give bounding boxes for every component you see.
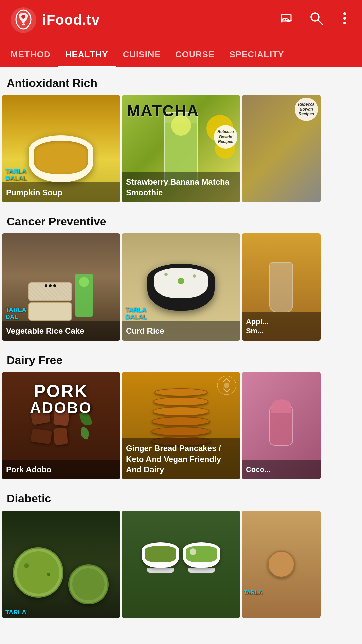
recipe-roundel-matcha: RebeccaBowdnRecipes: [214, 125, 237, 149]
card-pumpkin-soup[interactable]: TARLADALAL Pumpkin Soup: [2, 95, 120, 202]
section-cancer: Cancer Preventive: [0, 206, 362, 341]
search-icon[interactable]: [309, 11, 324, 29]
card-label-curd-rice: Curd Rice: [122, 321, 240, 341]
section-title-diabetic: Diabetic: [0, 483, 362, 511]
tarla-badge-pumpkin: TARLADALAL: [5, 168, 27, 182]
svg-point-13: [224, 383, 229, 388]
card-label-coco: Coco...: [242, 460, 321, 479]
card-vegetable-rice-cake[interactable]: TARLADAL Vegetable Rice Cake: [2, 233, 120, 341]
recipe-roundel-3: RebeccaBowdnRecipes: [295, 98, 318, 121]
svg-point-2: [21, 15, 25, 19]
card-label-pumpkin-soup: Pumpkin Soup: [2, 182, 120, 202]
svg-point-9: [343, 12, 346, 15]
tab-method[interactable]: METHOD: [3, 43, 58, 67]
svg-rect-5: [285, 20, 292, 21]
cards-row-diabetic: TARLA: [0, 511, 362, 618]
card-label-rice-cake: Vegetable Rice Cake: [2, 321, 120, 341]
pork-adobo-text: PORK ADOBO: [30, 382, 92, 415]
card-label-pork-adobo: Pork Adobo: [2, 460, 120, 479]
card-matcha-smoothie[interactable]: MATCHA RebeccaBowdnRecipes Strawberry Ba…: [122, 95, 240, 202]
tarla-badge-diabetic3: TARLA: [244, 589, 262, 596]
card-diabetic-3[interactable]: TARLA: [242, 511, 321, 618]
card-ginger-pancakes[interactable]: Ginger Bread Pancakes / Keto And Vegan F…: [122, 372, 240, 479]
section-dairyfree: Dairy Free: [0, 344, 362, 479]
card-diabetic-1[interactable]: TARLA: [2, 511, 120, 618]
app-header: iFood.tv: [0, 0, 362, 40]
svg-rect-6: [287, 21, 290, 22]
matcha-text-overlay: MATCHA: [127, 102, 199, 120]
app-name: iFood.tv: [42, 12, 100, 28]
tarla-badge-diabetic1: TARLA: [5, 609, 26, 616]
svg-line-8: [318, 20, 322, 24]
section-diabetic: Diabetic TARLA: [0, 483, 362, 618]
tab-course[interactable]: COURSE: [168, 43, 222, 67]
nav-tabs: METHOD HEALTHY CUISINE COURSE SPECIALITY: [0, 40, 362, 67]
section-title-antioxidant: Antioxidant Rich: [0, 67, 362, 95]
tarla-badge-curdrice: TARLADALAL: [125, 307, 147, 321]
pancake-icon: [217, 375, 237, 397]
svg-point-10: [343, 17, 346, 20]
card-label-matcha: Strawberry Banana Matcha Smoothie: [122, 172, 240, 202]
content-area: Antioxidant Rich TARLADALAL Pumpkin Soup: [0, 67, 362, 635]
logo-area: iFood.tv: [10, 7, 100, 34]
cards-row-antioxidant: TARLADALAL Pumpkin Soup MATCHA RebeccaBo…: [0, 95, 362, 202]
card-label-ginger-pancakes: Ginger Bread Pancakes / Keto And Vegan F…: [122, 438, 240, 479]
card-pork-adobo[interactable]: PORK ADOBO Pork Adobo: [2, 372, 120, 479]
card-diabetic-2[interactable]: [122, 511, 240, 618]
cards-row-cancer: TARLADAL Vegetable Rice Cake: [0, 233, 362, 341]
tab-cuisine[interactable]: CUISINE: [116, 43, 168, 67]
card-coco[interactable]: Coco...: [242, 372, 321, 479]
header-actions: [281, 11, 352, 29]
section-antioxidant: Antioxidant Rich TARLADALAL Pumpkin Soup: [0, 67, 362, 202]
tab-healthy[interactable]: HEALTHY: [58, 43, 116, 67]
svg-point-11: [343, 22, 346, 24]
cast-icon[interactable]: [281, 11, 296, 29]
card-apple-sm[interactable]: Appl...Sm...: [242, 233, 321, 341]
app-logo-icon: [10, 7, 37, 34]
svg-rect-3: [282, 14, 291, 21]
card-curd-rice[interactable]: TARLADALAL Curd Rice: [122, 233, 240, 341]
tab-speciality[interactable]: SPECIALITY: [222, 43, 291, 67]
section-title-dairyfree: Dairy Free: [0, 344, 362, 372]
card-label-apple: Appl...Sm...: [242, 312, 321, 341]
more-menu-icon[interactable]: [337, 11, 352, 29]
cards-row-dairyfree: PORK ADOBO Pork Adobo: [0, 372, 362, 479]
tarla-badge-ricecake: TARLADAL: [5, 307, 26, 321]
section-title-cancer: Cancer Preventive: [0, 206, 362, 233]
card-antioxidant-3[interactable]: RebeccaBowdnRecipes: [242, 95, 321, 202]
